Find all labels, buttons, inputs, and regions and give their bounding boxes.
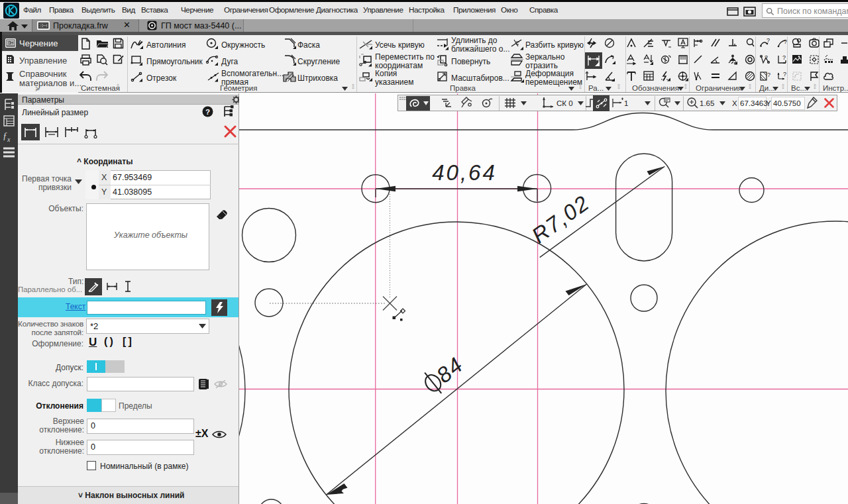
svg-text:?: ? [783, 71, 786, 77]
svg-text:?: ? [782, 54, 786, 61]
svg-text:?: ? [767, 37, 770, 44]
svg-text:?: ? [205, 108, 210, 116]
svg-text:40,64: 40,64 [432, 160, 497, 185]
svg-text:?: ? [765, 54, 768, 61]
svg-text:84: 84 [432, 352, 468, 387]
svg-text:?: ? [767, 72, 770, 78]
svg-text:?: ? [784, 38, 787, 45]
